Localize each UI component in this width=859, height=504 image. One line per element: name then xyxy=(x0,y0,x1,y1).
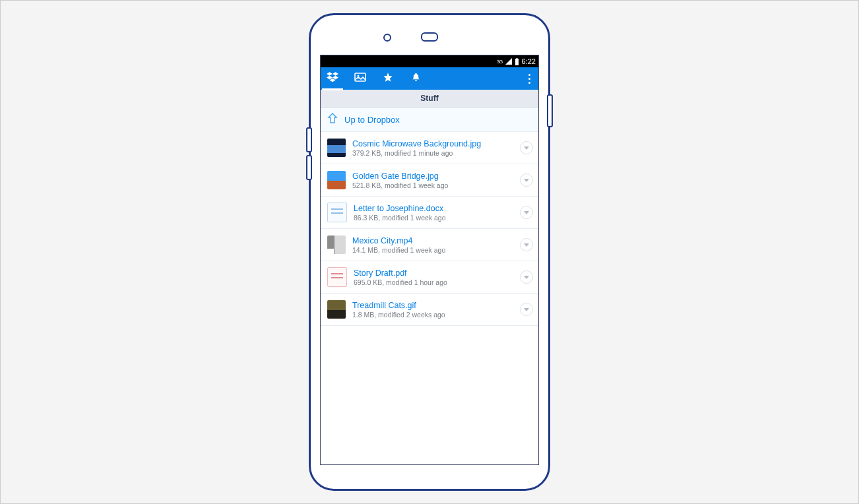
file-name: Cosmic Microwave Background.jpg xyxy=(352,139,513,148)
file-thumbnail xyxy=(327,139,346,157)
file-thumbnail xyxy=(327,267,347,287)
file-name: Golden Gate Bridge.jpg xyxy=(352,172,513,181)
canvas: 3G 6:22 xyxy=(0,0,859,504)
device-frame: 3G 6:22 xyxy=(309,13,550,491)
file-row[interactable]: Treadmill Cats.gif1.8 MB, modified 2 wee… xyxy=(321,294,538,326)
photos-icon xyxy=(354,73,366,84)
signal-icon xyxy=(505,58,512,65)
file-actions-button[interactable] xyxy=(520,206,533,219)
file-info: Letter to Josephine.docx86.3 KB, modifie… xyxy=(354,204,513,222)
speaker-slot xyxy=(421,32,438,42)
file-actions-button[interactable] xyxy=(520,303,533,316)
chevron-down-icon xyxy=(524,276,529,279)
file-row[interactable]: Letter to Josephine.docx86.3 KB, modifie… xyxy=(321,197,538,229)
tab-notifications[interactable] xyxy=(408,67,424,90)
file-meta: 14.1 MB, modified 1 week ago xyxy=(352,246,513,254)
chevron-down-icon xyxy=(524,211,529,214)
file-actions-button[interactable] xyxy=(520,238,533,251)
file-meta: 379.2 KB, modified 1 minute ago xyxy=(352,149,513,157)
folder-title: Stuff xyxy=(420,94,438,103)
file-info: Cosmic Microwave Background.jpg379.2 KB,… xyxy=(352,139,513,157)
file-info: Treadmill Cats.gif1.8 MB, modified 2 wee… xyxy=(352,301,513,319)
file-actions-button[interactable] xyxy=(520,270,533,284)
svg-rect-1 xyxy=(516,58,517,59)
chevron-down-icon xyxy=(524,308,529,311)
overflow-menu-button[interactable] xyxy=(524,67,534,90)
file-name: Treadmill Cats.gif xyxy=(352,301,513,310)
file-thumbnail xyxy=(327,236,346,254)
up-arrow-icon xyxy=(327,112,338,127)
file-thumbnail xyxy=(327,203,347,222)
tab-favorites[interactable] xyxy=(380,67,396,90)
status-bar: 3G 6:22 xyxy=(321,55,538,67)
more-vert-icon xyxy=(528,74,530,84)
chevron-down-icon xyxy=(524,179,529,182)
file-thumbnail xyxy=(327,300,346,319)
file-actions-button[interactable] xyxy=(520,173,533,187)
folder-title-bar: Stuff xyxy=(321,90,538,108)
network-label: 3G xyxy=(497,59,502,64)
file-info: Mexico City.mp414.1 MB, modified 1 week … xyxy=(352,236,513,254)
star-icon xyxy=(383,72,393,85)
file-row[interactable]: Golden Gate Bridge.jpg521.8 KB, modified… xyxy=(321,164,538,197)
file-info: Story Draft.pdf695.0 KB, modified 1 hour… xyxy=(354,268,513,286)
battery-icon xyxy=(515,58,519,65)
app-toolbar xyxy=(321,67,538,90)
file-thumbnail xyxy=(327,171,346,189)
file-meta: 1.8 MB, modified 2 weeks ago xyxy=(352,311,513,319)
file-meta: 521.8 KB, modified 1 week ago xyxy=(352,181,513,189)
file-name: Story Draft.pdf xyxy=(354,268,513,278)
clock: 6:22 xyxy=(522,57,536,65)
svg-rect-0 xyxy=(515,59,519,65)
tab-files[interactable] xyxy=(325,67,340,90)
file-list: Cosmic Microwave Background.jpg379.2 KB,… xyxy=(321,132,538,326)
power-button xyxy=(547,94,553,127)
volume-up-button xyxy=(306,127,312,152)
up-label: Up to Dropbox xyxy=(344,115,400,125)
chevron-down-icon xyxy=(524,146,529,150)
file-meta: 86.3 KB, modified 1 week ago xyxy=(354,214,513,222)
volume-down-button xyxy=(306,155,312,180)
file-info: Golden Gate Bridge.jpg521.8 KB, modified… xyxy=(352,172,513,189)
svg-rect-2 xyxy=(355,73,366,81)
file-row[interactable]: Story Draft.pdf695.0 KB, modified 1 hour… xyxy=(321,261,538,294)
file-meta: 695.0 KB, modified 1 hour ago xyxy=(354,278,513,286)
screen: 3G 6:22 xyxy=(320,55,539,465)
file-row[interactable]: Cosmic Microwave Background.jpg379.2 KB,… xyxy=(321,132,538,164)
tab-photos[interactable] xyxy=(352,67,368,90)
file-actions-button[interactable] xyxy=(520,141,533,154)
bell-icon xyxy=(411,72,421,85)
chevron-down-icon xyxy=(524,243,529,247)
file-name: Mexico City.mp4 xyxy=(352,236,513,245)
front-camera xyxy=(383,34,391,42)
file-row[interactable]: Mexico City.mp414.1 MB, modified 1 week … xyxy=(321,229,538,261)
dropbox-icon xyxy=(327,72,338,85)
file-name: Letter to Josephine.docx xyxy=(354,204,513,213)
up-to-parent-row[interactable]: Up to Dropbox xyxy=(321,108,538,132)
